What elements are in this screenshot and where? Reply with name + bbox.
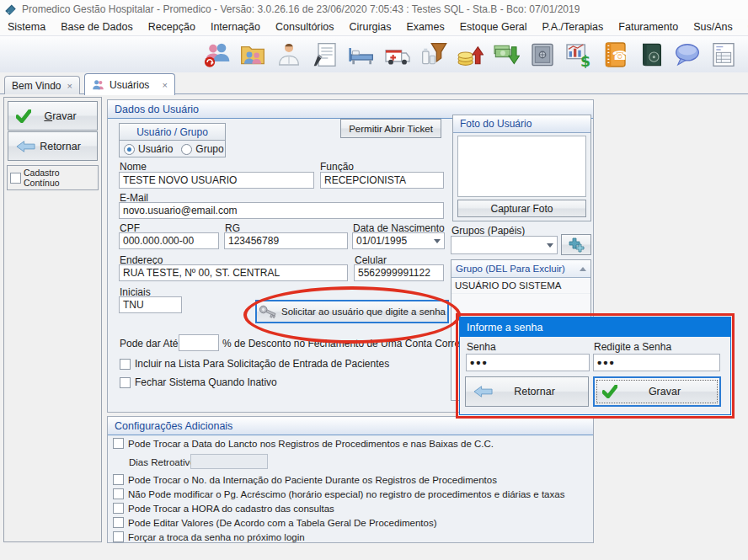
app-window: Promedico Gestão Hospitalar - Promedico … — [0, 0, 748, 560]
email-input[interactable]: novo.usuario@email.com — [119, 202, 444, 219]
cadastro-continuo-checkbox[interactable] — [10, 173, 21, 184]
checkbox-row: Pode Editar Valores (De Acordo com a Tab… — [113, 517, 436, 528]
gravar-button[interactable]: Gravar — [8, 101, 98, 131]
fechar-sistema-checkbox[interactable] — [120, 377, 131, 388]
desconto-input[interactable] — [179, 334, 219, 351]
menu-sus-ans[interactable]: Sus/Ans — [686, 21, 740, 33]
grupos-papeis-combo[interactable] — [451, 236, 558, 254]
menu-bar: Sistema Base de Dados Recepção Internaçã… — [0, 19, 748, 35]
menu-cirurgias[interactable]: Cirurgias — [342, 21, 399, 33]
celular-input[interactable]: 5562999991122 — [354, 264, 444, 281]
checkbox-row: Fechar Sistema Quando Inativo — [120, 376, 277, 388]
fechar-sistema-label: Fechar Sistema Quando Inativo — [135, 376, 277, 388]
chat-icon[interactable] — [671, 40, 703, 70]
menu-caixa[interactable]: Caixa — [740, 21, 748, 33]
permitir-abrir-ticket-button[interactable]: Permitir Abrir Ticket — [340, 119, 441, 138]
chart-dollar-icon[interactable]: $ — [563, 40, 595, 70]
solicitar-senha-label: Solicitar ao usuário que digite a senha — [281, 307, 446, 317]
window-title: Promedico Gestão Hospitalar - Promedico … — [22, 3, 580, 15]
users-sync-icon[interactable] — [200, 40, 232, 70]
dialog-retornar-label: Retornar — [514, 386, 555, 397]
menu-pa-terapias[interactable]: P.A./Terapias — [535, 21, 612, 33]
nome-input[interactable]: TESTE NOVO USUARIO — [119, 172, 314, 189]
rg-value: 123456789 — [228, 235, 279, 247]
patients-folder-icon[interactable] — [237, 40, 269, 70]
list-item[interactable]: USUÁRIO DO SISTEMA — [451, 278, 590, 294]
desconto-suffix-label: % de Desconto no Fechamento de Uma Conta… — [222, 338, 474, 349]
money-down-icon[interactable] — [490, 40, 522, 70]
incluir-lista-checkbox[interactable] — [120, 359, 131, 370]
cpf-input[interactable]: 000.000.000-00 — [119, 232, 219, 249]
menu-exames[interactable]: Exames — [399, 21, 452, 33]
checkbox-row: Não Pode modificar o Pg. Acréscimo (horá… — [113, 488, 564, 499]
trocar-hora-checkbox[interactable] — [113, 503, 124, 514]
capturar-foto-label: Capturar Foto — [490, 203, 553, 215]
grupos-papeis-label: Grupos (Papéis) — [451, 225, 525, 237]
document-pen-icon[interactable] — [309, 40, 341, 70]
doctor-icon[interactable] — [273, 40, 305, 70]
check-icon — [16, 109, 31, 123]
forcar-troca-senha-checkbox[interactable] — [113, 531, 124, 542]
menu-sistema[interactable]: Sistema — [0, 21, 53, 33]
retornar-button[interactable]: Retornar — [8, 131, 98, 161]
tab-usuarios[interactable]: Usuários × — [84, 73, 175, 95]
checkbox-row: Pode Trocar o No. da Internação do Pacie… — [113, 474, 497, 485]
editar-valores-checkbox[interactable] — [113, 517, 124, 528]
ambulance-icon[interactable] — [382, 40, 414, 70]
close-icon[interactable]: × — [67, 81, 72, 91]
grupo-list-header[interactable]: Grupo (DEL Para Excluir) — [451, 260, 590, 278]
checkbox-row: Pode Trocar a Data do Lancto nos Registr… — [113, 438, 494, 449]
checkbox-row: Incluir na Lista Para Solicitação de Ent… — [120, 358, 389, 370]
endereco-input[interactable]: RUA TESTE, Nº 00, ST. CENTRAL — [119, 264, 348, 281]
data-nascimento-combo[interactable]: 01/01/1995 — [352, 232, 445, 249]
safe-icon[interactable] — [526, 40, 558, 70]
grupo-list-header-label: Grupo (DEL Para Excluir) — [456, 264, 565, 274]
users-icon — [92, 79, 104, 90]
gravar-label: Gravar — [44, 110, 76, 122]
dias-retroativos-input[interactable] — [190, 454, 268, 469]
tab-label: Bem Vindo — [12, 80, 61, 92]
money-up-icon[interactable] — [454, 40, 486, 70]
trocar-data-lancto-checkbox[interactable] — [113, 438, 124, 449]
sort-asc-icon — [580, 267, 586, 271]
phone-directory-icon[interactable]: ☎ — [599, 40, 631, 70]
menu-internacao[interactable]: Internação — [203, 21, 268, 33]
add-group-button[interactable] — [561, 234, 591, 255]
checkbox-row: Forçar a troca da senha no próximo login — [113, 531, 305, 542]
chevron-down-icon — [434, 239, 441, 243]
dialog-gravar-button[interactable]: Gravar — [593, 376, 721, 407]
cadastro-continuo-label: Cadastro Contínuo — [24, 168, 98, 188]
menu-estoque-geral[interactable]: Estoque Geral — [452, 21, 535, 33]
funcao-input[interactable]: RECEPCIONISTA — [320, 172, 444, 189]
form-grid-icon[interactable] — [708, 40, 740, 70]
annotation-rectangle: Informe a senha Senha ••• Redigite a Sen… — [456, 313, 735, 419]
cadastro-continuo-option: Cadastro Contínuo — [7, 165, 99, 190]
book-icon[interactable] — [635, 40, 667, 70]
iniciais-input[interactable]: TNU — [119, 296, 182, 313]
nome-label: Nome — [120, 161, 147, 173]
email-value: novo.usuario@email.com — [123, 205, 238, 216]
tab-bar: Bem Vindo × Usuários × — [0, 72, 748, 94]
senha-input[interactable]: ••• — [466, 354, 590, 371]
funcao-label: Função — [320, 161, 354, 173]
radio-usuario[interactable] — [124, 144, 135, 155]
trocar-no-internacao-checkbox[interactable] — [113, 474, 124, 485]
close-icon[interactable]: × — [163, 80, 168, 90]
redigite-senha-input[interactable]: ••• — [593, 354, 720, 371]
nao-pode-modificar-pg-checkbox[interactable] — [113, 488, 124, 499]
menu-consultorios[interactable]: Consultórios — [268, 21, 341, 33]
radio-usuario-label: Usuário — [138, 143, 173, 155]
capturar-foto-button[interactable]: Capturar Foto — [457, 200, 586, 217]
dialog-retornar-button[interactable]: Retornar — [465, 376, 589, 407]
data-nascimento-value: 01/01/1995 — [356, 235, 407, 247]
trocar-data-lancto-label: Pode Trocar a Data do Lancto nos Registr… — [128, 439, 494, 449]
radio-grupo[interactable] — [181, 144, 192, 155]
rg-input[interactable]: 123456789 — [224, 232, 348, 249]
hospital-bed-icon[interactable] — [345, 40, 377, 70]
tab-bem-vindo[interactable]: Bem Vindo × — [4, 76, 80, 94]
menu-faturamento[interactable]: Faturamento — [611, 21, 686, 33]
pharmacy-icon[interactable] — [418, 40, 450, 70]
solicitar-senha-button[interactable]: Solicitar ao usuário que digite a senha — [255, 300, 449, 323]
menu-base-de-dados[interactable]: Base de Dados — [53, 21, 140, 33]
menu-recepcao[interactable]: Recepção — [141, 21, 203, 33]
